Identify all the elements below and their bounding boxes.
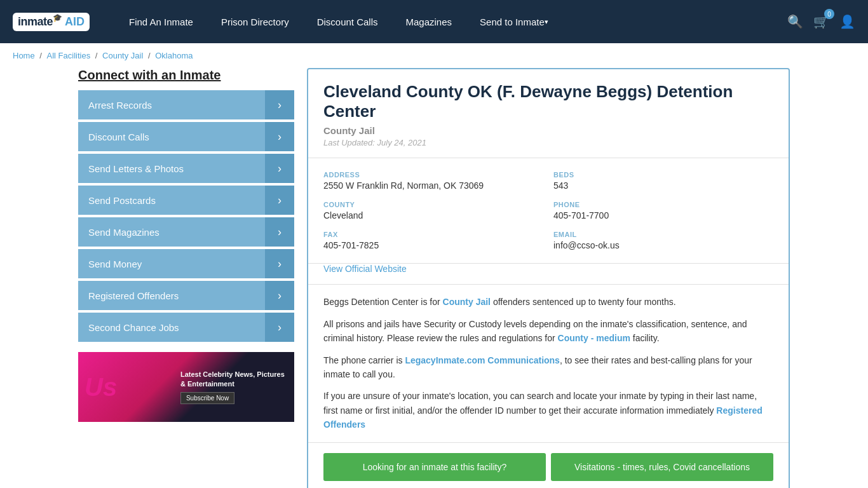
sidebar-item-arrow-icon: ›	[265, 186, 294, 215]
ad-brand: Us	[85, 374, 174, 400]
action-buttons: Looking for an inmate at this facility? …	[308, 443, 789, 489]
nav-find-inmate[interactable]: Find An Inmate	[115, 0, 207, 43]
breadcrumb-home[interactable]: Home	[13, 51, 35, 60]
ad-title: Latest Celebrity News, Pictures & Entert…	[180, 370, 288, 390]
sidebar-item-second-chance-jobs[interactable]: Second Chance Jobs ›	[78, 313, 294, 342]
sidebar-item-label: Second Chance Jobs	[78, 313, 265, 342]
sidebar-item-arrow-icon: ›	[265, 122, 294, 151]
beds-label: BEDS	[553, 171, 773, 179]
search-icon[interactable]: 🔍	[787, 14, 803, 29]
sidebar-item-arrow-icon: ›	[265, 90, 294, 119]
facility-info-grid: ADDRESS 2550 W Franklin Rd, Norman, OK 7…	[308, 158, 789, 264]
fax-label: FAX	[323, 231, 543, 238]
facility-type: County Jail	[323, 125, 773, 136]
county-value: Cleveland	[323, 210, 543, 220]
sidebar-ad[interactable]: Us Latest Celebrity News, Pictures & Ent…	[78, 352, 294, 422]
email-label: EMAIL	[553, 231, 773, 238]
nav-magazines[interactable]: Magazines	[392, 0, 466, 43]
nav-discount-calls[interactable]: Discount Calls	[303, 0, 392, 43]
address-info: ADDRESS 2550 W Franklin Rd, Norman, OK 7…	[323, 171, 543, 191]
cart-badge: 0	[824, 9, 834, 19]
county-info: COUNTY Cleveland	[323, 201, 543, 220]
main-container: Connect with an Inmate Arrest Records › …	[65, 68, 803, 488]
sidebar-item-arrow-icon: ›	[265, 281, 294, 310]
content-header: Cleveland County OK (F. Dewayne Beggs) D…	[308, 69, 789, 158]
desc-para-3: The phone carrier is LegacyInmate.com Co…	[323, 353, 773, 382]
sidebar-title: Connect with an Inmate	[78, 68, 294, 83]
cart-icon[interactable]: 🛒 0	[813, 14, 829, 29]
last-updated: Last Updated: July 24, 2021	[323, 138, 773, 147]
sidebar-item-arrow-icon: ›	[265, 313, 294, 342]
sidebar-item-label: Discount Calls	[78, 123, 265, 151]
logo-text: inmate	[18, 15, 53, 29]
email-info: EMAIL info@ccso-ok.us	[553, 231, 773, 250]
facility-description: Beggs Detention Center is for County Jai…	[308, 285, 789, 442]
desc-para-2: All prisons and jails have Security or C…	[323, 317, 773, 346]
sidebar-item-send-magazines[interactable]: Send Magazines ›	[78, 217, 294, 247]
address-value: 2550 W Franklin Rd, Norman, OK 73069	[323, 180, 543, 191]
county-medium-link[interactable]: County - medium	[558, 333, 630, 343]
breadcrumb-all-facilities[interactable]: All Facilities	[47, 51, 91, 60]
find-inmate-button[interactable]: Looking for an inmate at this facility?	[323, 453, 546, 481]
fax-value: 405-701-7825	[323, 240, 543, 250]
fax-info: FAX 405-701-7825	[323, 231, 543, 250]
sidebar-item-send-postcards[interactable]: Send Postcards ›	[78, 186, 294, 215]
beds-info: BEDS 543	[553, 171, 773, 191]
official-website-link[interactable]: View Official Website	[323, 264, 407, 274]
breadcrumb-county-jail[interactable]: County Jail	[102, 51, 143, 60]
breadcrumb-sep2: /	[95, 51, 100, 60]
nav-links: Find An Inmate Prison Directory Discount…	[115, 0, 787, 43]
breadcrumb-sep: /	[39, 51, 44, 60]
legacy-inmate-link[interactable]: LegacyInmate.com Communications	[405, 355, 560, 365]
nav-icons: 🔍 🛒 0 👤	[787, 14, 855, 29]
desc-para-4: If you are unsure of your inmate's locat…	[323, 389, 773, 431]
nav-send-to-inmate[interactable]: Send to Inmate	[466, 0, 562, 43]
address-label: ADDRESS	[323, 171, 543, 179]
facility-name: Cleveland County OK (F. Dewayne Beggs) D…	[323, 82, 773, 121]
ad-cta-button[interactable]: Subscribe Now	[180, 392, 234, 404]
sidebar-item-label: Arrest Records	[78, 91, 265, 119]
sidebar-item-label: Send Letters & Photos	[78, 154, 265, 183]
email-value: info@ccso-ok.us	[553, 240, 773, 250]
sidebar-item-arrow-icon: ›	[265, 217, 294, 247]
logo-aid-text: AID	[65, 15, 85, 29]
official-website-row: View Official Website	[308, 264, 789, 285]
breadcrumb-oklahoma[interactable]: Oklahoma	[155, 51, 193, 60]
main-nav: inmate 🎓 AID Find An Inmate Prison Direc…	[0, 0, 868, 43]
visitations-button[interactable]: Visitations - times, rules, Covid cancel…	[551, 453, 773, 481]
logo[interactable]: inmate 🎓 AID	[13, 13, 90, 31]
county-jail-link[interactable]: County Jail	[443, 297, 491, 307]
sidebar-item-send-money[interactable]: Send Money ›	[78, 249, 294, 278]
sidebar-item-arrow-icon: ›	[265, 154, 294, 183]
user-icon[interactable]: 👤	[839, 14, 855, 29]
phone-value: 405-701-7700	[553, 210, 773, 220]
logo-hat-icon: 🎓	[53, 13, 62, 22]
sidebar-item-label: Send Postcards	[78, 186, 265, 215]
sidebar-item-label: Send Money	[78, 250, 265, 278]
sidebar-item-label: Registered Offenders	[78, 281, 265, 310]
beds-value: 543	[553, 180, 773, 191]
sidebar-item-arrest-records[interactable]: Arrest Records ›	[78, 90, 294, 119]
phone-info: PHONE 405-701-7700	[553, 201, 773, 220]
sidebar-item-label: Send Magazines	[78, 218, 265, 247]
registered-offenders-link[interactable]: Registered Offenders	[323, 405, 763, 430]
county-label: COUNTY	[323, 201, 543, 208]
phone-label: PHONE	[553, 201, 773, 208]
sidebar-item-arrow-icon: ›	[265, 249, 294, 278]
breadcrumb-sep3: /	[148, 51, 153, 60]
sidebar-item-discount-calls[interactable]: Discount Calls ›	[78, 122, 294, 151]
sidebar: Connect with an Inmate Arrest Records › …	[78, 68, 294, 488]
facility-content: Cleveland County OK (F. Dewayne Beggs) D…	[307, 68, 790, 488]
sidebar-item-registered-offenders[interactable]: Registered Offenders ›	[78, 281, 294, 310]
nav-prison-directory[interactable]: Prison Directory	[207, 0, 303, 43]
desc-para-1: Beggs Detention Center is for County Jai…	[323, 295, 773, 309]
sidebar-item-send-letters[interactable]: Send Letters & Photos ›	[78, 154, 294, 183]
breadcrumb: Home / All Facilities / County Jail / Ok…	[0, 43, 868, 68]
